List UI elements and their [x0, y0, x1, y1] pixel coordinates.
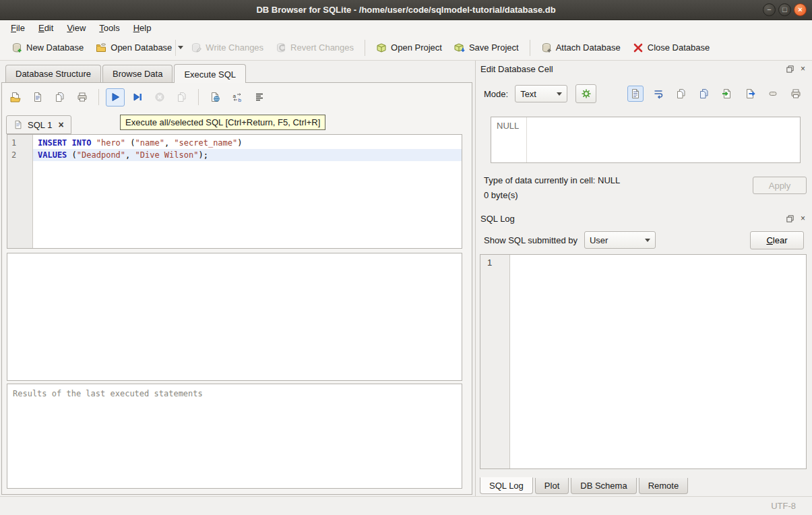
execute-sql-tooltip: Execute all/selected SQL [Ctrl+Return, F…: [120, 115, 325, 130]
print-icon: [77, 92, 88, 102]
mode-label: Mode:: [484, 89, 508, 99]
open-database-icon: [96, 42, 106, 53]
cell-editor[interactable]: NULL: [491, 117, 801, 163]
execute-sql-button[interactable]: [106, 88, 125, 107]
export-file-button[interactable]: [742, 86, 758, 102]
close-dock-icon[interactable]: ×: [798, 214, 808, 224]
menu-view[interactable]: View: [60, 22, 92, 34]
apply-button: Apply: [753, 177, 807, 194]
cell-size-info: 0 byte(s): [484, 190, 518, 200]
float-dock-icon[interactable]: [785, 64, 795, 74]
open-database-dropdown-icon[interactable]: [175, 40, 185, 56]
stop-execution-icon: [154, 92, 165, 102]
float-dock-icon[interactable]: [785, 214, 795, 224]
main-tabbar: Database StructureBrowse DataExecute SQL: [0, 61, 475, 82]
cell-edit-toolbar: [627, 86, 804, 102]
window-close-button[interactable]: ×: [794, 3, 807, 16]
auto-switch-mode-icon: [581, 88, 592, 99]
export-results-button[interactable]: [206, 88, 224, 107]
stop-execution-button: [150, 88, 169, 107]
sql-log-area[interactable]: 1: [480, 254, 807, 469]
statusbar: UTF-8: [0, 496, 812, 515]
close-dock-icon[interactable]: ×: [798, 64, 808, 74]
toolbar-save-project-button[interactable]: Save Project: [448, 39, 525, 57]
menu-edit[interactable]: Edit: [32, 22, 60, 34]
save-sql-file-icon: [32, 92, 43, 102]
paste-data-button[interactable]: [696, 86, 712, 102]
tab-label: Execute SQL: [184, 69, 236, 80]
toolbar-attach-database-button[interactable]: Attach Database: [535, 39, 627, 57]
set-null-button[interactable]: [765, 86, 781, 102]
toolbar-open-database-button[interactable]: Open Database: [90, 39, 178, 57]
bottom-tab-db-schema[interactable]: DB Schema: [571, 478, 636, 494]
code-area[interactable]: INSERT INTO "hero" ("name", "secret_name…: [33, 135, 462, 248]
window-maximize-button[interactable]: □: [778, 3, 791, 16]
text-document-button[interactable]: [627, 86, 644, 102]
tab-browse-data[interactable]: Browse Data: [102, 65, 173, 82]
toolbar-open-project-button[interactable]: Open Project: [370, 39, 448, 57]
menu-help[interactable]: Help: [127, 22, 158, 34]
find-replace-button[interactable]: ab: [228, 88, 247, 107]
tab-label: Browse Data: [113, 69, 162, 79]
tab-execute-sql[interactable]: Execute SQL: [174, 64, 246, 83]
toolbar-revert-changes-button: Revert Changes: [270, 39, 360, 57]
execute-sql-icon: [110, 92, 121, 102]
bottom-tab-sql-log[interactable]: SQL Log: [480, 477, 533, 494]
sql-file-icon: [13, 120, 23, 129]
toolbar-new-database-button[interactable]: New Database: [5, 39, 90, 57]
import-file-icon: [722, 88, 732, 99]
toolbar-label: Close Database: [648, 42, 710, 53]
clear-button[interactable]: Clear: [750, 231, 804, 249]
window-controls: −□×: [763, 3, 807, 16]
text-document-icon: [630, 88, 641, 99]
new-database-icon: [11, 42, 22, 53]
save-sql-file-button[interactable]: [28, 88, 47, 107]
edit-cell-dock-header: Edit Database Cell ×: [480, 62, 808, 75]
tab-database-structure[interactable]: Database Structure: [5, 65, 101, 82]
edit-cell-title: Edit Database Cell: [480, 64, 782, 74]
open-sql-file-button[interactable]: [6, 88, 25, 107]
window-title: DB Browser for SQLite - /home/user/code/…: [256, 5, 555, 15]
line-number: 1: [7, 137, 32, 149]
sql-editor-tab[interactable]: SQL 1×: [6, 115, 71, 134]
word-wrap-button[interactable]: [650, 86, 666, 102]
cell-editor-divider: [526, 117, 527, 162]
menu-file[interactable]: File: [4, 22, 32, 34]
format-sql-button[interactable]: [250, 88, 269, 107]
find-replace-icon: ab: [232, 92, 243, 102]
auto-switch-mode-button[interactable]: [575, 84, 596, 103]
toolbar-label: New Database: [26, 42, 84, 53]
toolbar-label: Save Project: [469, 42, 519, 53]
attach-database-icon: [541, 42, 552, 53]
print-button[interactable]: [73, 88, 92, 107]
menubar: FileEditViewToolsHelp: [0, 20, 812, 35]
close-database-icon: [633, 42, 644, 53]
paste-data-icon: [699, 88, 710, 99]
filter-select[interactable]: User: [584, 231, 656, 249]
export-results-icon: [210, 92, 220, 102]
code-line: VALUES ("Deadpond", "Dive Wilson");: [33, 149, 462, 161]
execute-current-line-button[interactable]: [128, 88, 147, 107]
write-changes-icon: [191, 42, 201, 53]
toolbar-separator: [98, 89, 99, 105]
print-button[interactable]: [788, 86, 804, 102]
sql-log-dock-header: SQL Log ×: [480, 212, 808, 225]
import-file-button[interactable]: [719, 86, 735, 102]
bottom-tab-plot[interactable]: Plot: [535, 478, 569, 494]
window-minimize-button[interactable]: −: [763, 3, 776, 16]
cell-type-info: Type of data currently in cell: NULL: [484, 175, 620, 185]
toolbar-close-database-button[interactable]: Close Database: [627, 39, 716, 57]
toolbar-label: Open Database: [111, 42, 172, 53]
toolbar-write-changes-button: Write Changes: [185, 39, 270, 57]
copy-data-button[interactable]: [673, 86, 689, 102]
tab-label: Plot: [544, 481, 559, 491]
close-tab-icon[interactable]: ×: [58, 120, 63, 129]
bottom-tab-remote[interactable]: Remote: [639, 478, 689, 494]
titlebar[interactable]: DB Browser for SQLite - /home/user/code/…: [0, 0, 812, 20]
save-sql-file-as-button[interactable]: [51, 88, 69, 107]
menu-tools[interactable]: Tools: [92, 22, 126, 34]
svg-text:b: b: [239, 97, 242, 102]
mode-select[interactable]: Text: [515, 85, 567, 102]
sql-editor[interactable]: 12 INSERT INTO "hero" ("name", "secret_n…: [7, 134, 462, 249]
tab-label: Database Structure: [15, 69, 91, 79]
